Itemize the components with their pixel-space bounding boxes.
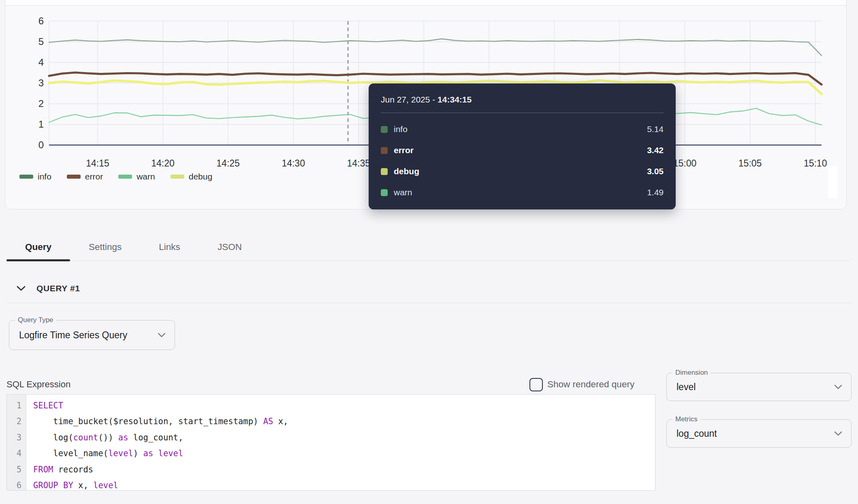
legend-item-debug[interactable]: debug [171, 172, 212, 182]
legend-label: info [38, 172, 51, 182]
svg-text:5: 5 [38, 36, 44, 47]
show-rendered-query-label: Show rendered query [547, 379, 634, 390]
query-type-label: Query Type [15, 316, 56, 324]
tooltip-rows: info5.14error3.42debug3.05warn1.49 [369, 119, 676, 203]
tooltip-series-value: 3.05 [647, 167, 664, 176]
tab-links[interactable]: Links [140, 233, 199, 261]
svg-text:14:25: 14:25 [216, 158, 240, 169]
legend-swatch-icon [118, 175, 132, 179]
metrics-select[interactable]: Metrics log_count [666, 419, 852, 448]
series-swatch-icon [381, 168, 388, 175]
metrics-label: Metrics [672, 415, 700, 423]
tab-query[interactable]: Query [6, 233, 70, 261]
svg-text:0: 0 [38, 139, 44, 150]
dimension-value: level [677, 382, 696, 393]
tooltip-row-info: info5.14 [369, 119, 676, 140]
tab-json[interactable]: JSON [199, 233, 260, 261]
svg-text:6: 6 [38, 15, 44, 26]
svg-text:15:10: 15:10 [804, 158, 827, 169]
sql-expression-label: SQL Expression [6, 379, 70, 390]
svg-text:14:20: 14:20 [151, 158, 175, 169]
tab-settings[interactable]: Settings [70, 233, 140, 261]
svg-text:14:35: 14:35 [347, 158, 370, 169]
line-number: 3 [7, 430, 26, 446]
svg-text:15:05: 15:05 [738, 158, 762, 169]
dimension-select[interactable]: Dimension level [666, 373, 852, 401]
line-number: 1 [7, 398, 26, 414]
metrics-value: log_count [677, 428, 717, 439]
svg-text:2: 2 [38, 98, 44, 109]
chevron-down-icon[interactable] [16, 286, 26, 291]
sql-code: SELECT time_bucket($resolution, start_ti… [26, 395, 288, 490]
legend-item-warn[interactable]: warn [118, 172, 155, 182]
legend-swatch-icon [171, 175, 184, 179]
legend-label: warn [137, 172, 155, 182]
svg-text:14:30: 14:30 [282, 158, 305, 169]
tooltip-divider [381, 113, 664, 113]
line-number: 5 [7, 462, 26, 478]
sql-line: FROM records [33, 462, 288, 478]
query-type-select[interactable]: Query Type Logfire Time Series Query [9, 320, 175, 350]
dimension-label: Dimension [672, 369, 711, 377]
show-rendered-query-checkbox[interactable] [529, 378, 543, 391]
sql-line: GROUP BY x, level [33, 478, 288, 491]
scrollbar-thumb[interactable] [828, 166, 837, 198]
series-swatch-icon [381, 147, 388, 154]
tooltip-series-label: error [394, 145, 414, 155]
legend-label: debug [189, 172, 212, 182]
query-section-header[interactable]: QUERY #1 [16, 284, 80, 293]
svg-text:14:15: 14:15 [86, 158, 109, 169]
section-divider [6, 303, 852, 303]
legend-swatch-icon [67, 175, 81, 179]
tooltip-series-label: info [394, 124, 408, 134]
line-number: 6 [7, 478, 26, 491]
tooltip-row-error: error3.42 [369, 140, 676, 161]
legend-item-info[interactable]: info [19, 172, 51, 182]
query-type-value: Logfire Time Series Query [19, 330, 127, 341]
tooltip-series-label: warn [394, 188, 412, 197]
legend-swatch-icon [19, 175, 33, 179]
tooltip-row-warn: warn1.49 [369, 182, 676, 203]
sql-editor[interactable]: 123456 SELECT time_bucket($resolution, s… [6, 394, 655, 491]
line-number-gutter: 123456 [7, 395, 26, 490]
query-section-title: QUERY #1 [36, 284, 80, 293]
series-swatch-icon [381, 189, 388, 196]
legend-label: error [85, 172, 103, 182]
sql-line: log(count()) as log_count, [33, 430, 288, 446]
chevron-down-icon [834, 384, 842, 389]
chevron-down-icon [834, 431, 842, 436]
svg-text:15:00: 15:00 [673, 158, 697, 169]
sql-line: time_bucket($resolution, start_timestamp… [33, 414, 288, 429]
svg-text:1: 1 [38, 119, 44, 130]
sql-line: level_name(level) as level [33, 446, 288, 461]
card-header-strip [5, 0, 846, 6]
tooltip-row-debug: debug3.05 [369, 161, 676, 182]
svg-text:4: 4 [38, 57, 44, 68]
svg-text:3: 3 [38, 77, 44, 88]
legend-item-error[interactable]: error [67, 172, 103, 182]
chart-legend: infoerrorwarndebug [19, 172, 212, 182]
tooltip-series-value: 1.49 [647, 188, 664, 197]
line-number: 4 [7, 446, 26, 461]
chart-tooltip: Jun 27, 2025 - 14:34:15 info5.14error3.4… [369, 83, 676, 209]
tab-bar: Query Settings Links JSON [6, 233, 850, 261]
line-number: 2 [7, 414, 26, 429]
tooltip-series-value: 3.42 [647, 145, 664, 155]
tooltip-series-label: debug [394, 167, 419, 176]
sql-line: SELECT [33, 398, 288, 414]
chevron-down-icon [158, 333, 166, 337]
tooltip-series-value: 5.14 [647, 124, 664, 134]
tooltip-timestamp: Jun 27, 2025 - 14:34:15 [381, 95, 664, 105]
series-swatch-icon [381, 126, 388, 133]
